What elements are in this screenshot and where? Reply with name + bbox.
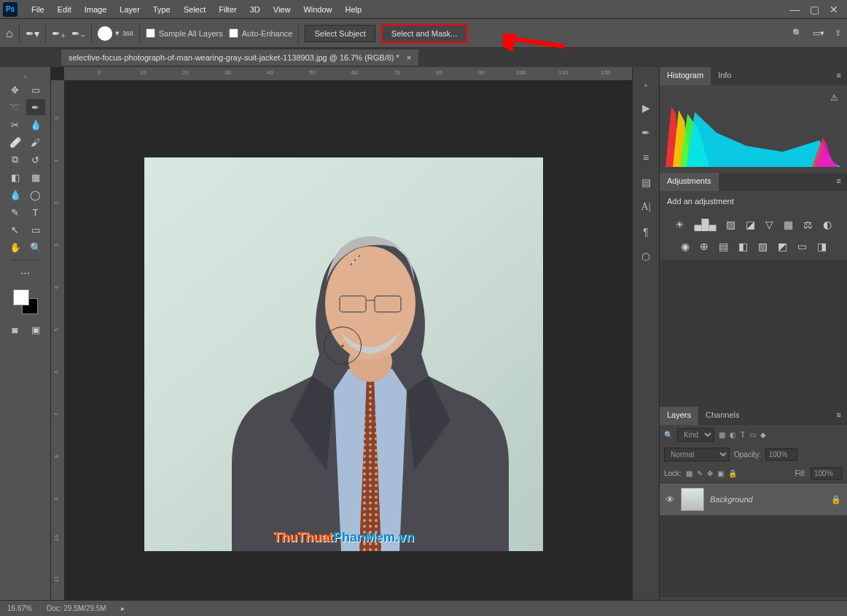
zoom-level[interactable]: 16.67% [7,604,32,612]
path-tool[interactable]: ↖ [6,222,25,238]
brightness-icon[interactable]: ☀ [675,219,684,230]
color-swatch[interactable] [13,289,38,314]
vibrance-icon[interactable]: ▽ [765,219,773,230]
add-selection-icon[interactable]: ✒₊ [52,28,66,39]
canvas-area[interactable]: 010 2030 4050 6070 8090 100110 120130 01… [51,67,632,616]
dock-expand-icon[interactable]: » [644,82,647,89]
brush-size-control[interactable]: ▾ 368 [98,26,133,41]
eyedropper-tool[interactable]: 💧 [26,117,45,133]
hue-icon[interactable]: ▦ [784,219,793,230]
fill-input[interactable] [811,467,843,480]
layer-lock-icon[interactable]: 🔒 [831,495,841,504]
gradient-map-icon[interactable]: ▭ [797,241,807,252]
levels-icon[interactable]: ▄█▄ [695,219,717,230]
share-icon[interactable]: ⇪ [835,28,841,38]
menu-edit[interactable]: Edit [51,2,78,17]
posterize-icon[interactable]: ▨ [758,241,768,252]
3d-panel-icon[interactable]: ⬡ [641,251,650,262]
marquee-tool[interactable]: ▭ [26,82,45,98]
foreground-color-swatch[interactable] [13,289,29,305]
minimize-icon[interactable]: — [789,4,800,15]
workspace-icon[interactable]: ▭▾ [813,28,824,38]
tab-histogram[interactable]: Histogram [660,67,711,85]
crop-tool[interactable]: ✂ [6,117,25,133]
toolbox-collapse-icon[interactable]: « [23,73,27,80]
menu-filter[interactable]: Filter [212,2,243,17]
curves-icon[interactable]: ▨ [726,219,735,230]
filter-pixel-icon[interactable]: ▦ [719,431,725,439]
filter-adjust-icon[interactable]: ◐ [730,431,736,439]
bw-icon[interactable]: ◐ [823,219,832,230]
eraser-tool[interactable]: ◧ [6,169,25,185]
edit-toolbar-icon[interactable]: ⋯ [16,265,35,281]
menu-view[interactable]: View [267,2,297,17]
home-icon[interactable]: ⌂ [6,27,13,40]
menu-file[interactable]: File [25,2,51,17]
brushes-panel-icon[interactable]: ✒ [641,127,650,139]
menu-type[interactable]: Type [147,2,177,17]
lock-transparent-icon[interactable]: ▦ [686,469,692,477]
filter-shape-icon[interactable]: ▭ [749,431,756,439]
maximize-icon[interactable]: ▢ [810,4,819,15]
tool-preset-icon[interactable]: ✒▾ [26,28,39,39]
panel-menu-icon[interactable]: ≡ [831,173,847,191]
menu-help[interactable]: Help [339,2,369,17]
layer-thumbnail[interactable] [681,488,704,511]
invert-icon[interactable]: ◧ [738,241,748,252]
menu-select[interactable]: Select [177,2,213,17]
screenmode-tool[interactable]: ▣ [26,321,45,338]
gradient-tool[interactable]: ▦ [26,169,45,185]
exposure-icon[interactable]: ◪ [746,219,755,230]
lock-position-icon[interactable]: ✥ [707,469,713,477]
layer-kind-select[interactable]: Kind [677,428,714,442]
healing-tool[interactable]: 🩹 [6,134,25,150]
type-tool[interactable]: T [26,204,45,220]
quickmask-tool[interactable]: ◙ [6,321,25,338]
panel-menu-icon[interactable]: ≡ [831,67,847,85]
tab-layers[interactable]: Layers [660,407,698,425]
layer-row-background[interactable]: 👁 Background 🔒 [660,483,847,516]
hand-tool[interactable]: ✋ [6,239,25,255]
layer-name[interactable]: Background [710,495,753,504]
stamp-tool[interactable]: ⧉ [6,152,25,168]
opacity-input[interactable] [765,448,797,461]
character-panel-icon[interactable]: A| [641,201,651,213]
status-flyout-icon[interactable]: ▸ [121,604,125,612]
tab-info[interactable]: Info [711,67,738,85]
select-subject-button[interactable]: Select Subject [305,25,375,42]
lasso-tool[interactable]: ➰ [6,99,25,115]
tab-close-icon[interactable]: × [407,53,411,62]
menu-layer[interactable]: Layer [113,2,147,17]
blur-tool[interactable]: 💧 [6,187,25,203]
menu-image[interactable]: Image [78,2,114,17]
menu-window[interactable]: Window [297,2,338,17]
lut-icon[interactable]: ▤ [719,241,728,252]
balance-icon[interactable]: ⚖ [803,219,813,230]
brush-tool[interactable]: 🖌 [26,134,45,150]
document-tab[interactable]: selective-focus-photograph-of-man-wearin… [61,50,418,66]
tab-channels[interactable]: Channels [698,407,746,425]
blend-mode-select[interactable]: Normal [664,448,730,461]
zoom-tool[interactable]: 🔍 [26,239,45,255]
paragraph-panel-icon[interactable]: ¶ [643,226,649,238]
auto-enhance-checkbox[interactable]: Auto-Enhance [229,28,293,38]
lock-artboard-icon[interactable]: ▣ [717,469,724,477]
doc-size[interactable]: Doc: 29.5M/29.5M [47,604,106,612]
channel-mixer-icon[interactable]: ⊕ [700,241,709,252]
filter-type-icon[interactable]: T [741,431,745,439]
libraries-panel-icon[interactable]: ▤ [641,176,651,188]
close-icon[interactable]: ✕ [830,4,838,15]
select-and-mask-button[interactable]: Select and Mask... [381,24,468,43]
panel-menu-icon[interactable]: ≡ [831,407,847,425]
pen-tool[interactable]: ✎ [6,204,25,220]
lock-paint-icon[interactable]: ✎ [697,469,703,477]
selective-color-icon[interactable]: ◨ [817,241,827,252]
shape-tool[interactable]: ▭ [26,222,45,238]
move-tool[interactable]: ✥ [6,82,25,98]
visibility-icon[interactable]: 👁 [666,494,675,505]
subtract-selection-icon[interactable]: ✒₋ [71,28,85,39]
history-brush-tool[interactable]: ↺ [26,152,45,168]
tab-adjustments[interactable]: Adjustments [660,173,719,191]
threshold-icon[interactable]: ◩ [778,241,787,252]
lock-all-icon[interactable]: 🔒 [728,469,737,477]
